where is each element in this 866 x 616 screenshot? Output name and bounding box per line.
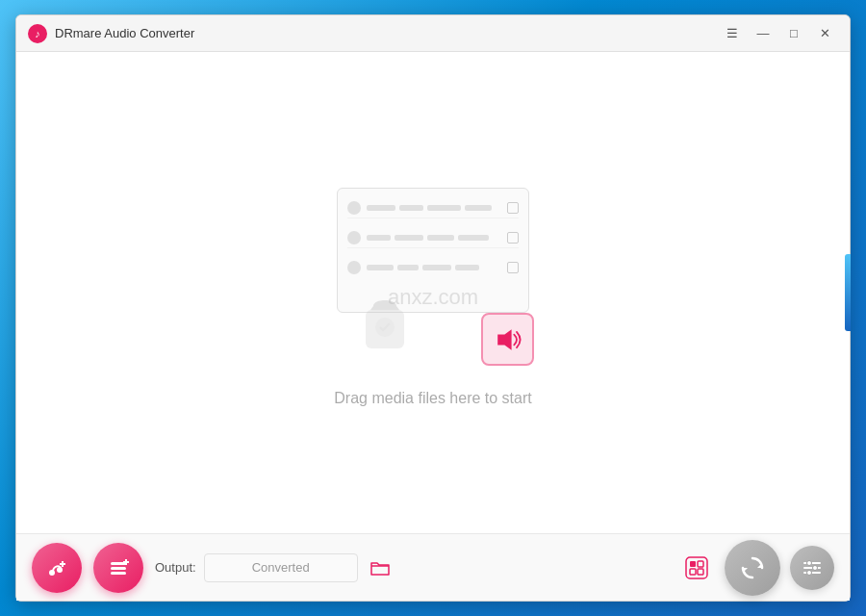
svg-rect-15 <box>690 561 696 567</box>
menu-button[interactable]: ☰ <box>719 23 746 44</box>
browse-folder-button[interactable] <box>366 553 395 582</box>
title-bar-left: ♪ DRmare Audio Converter <box>28 24 194 43</box>
add-audio-button[interactable] <box>32 543 82 593</box>
svg-point-26 <box>807 570 812 575</box>
svg-marker-20 <box>743 568 748 573</box>
drag-hint-text: Drag media files here to start <box>334 390 531 407</box>
svg-rect-18 <box>698 569 703 575</box>
title-bar-controls: ☰ — □ ✕ <box>719 23 838 44</box>
svg-point-4 <box>49 570 55 576</box>
svg-rect-16 <box>698 561 703 567</box>
output-section: Output: <box>155 553 667 582</box>
settings-button[interactable] <box>790 546 834 590</box>
bottom-right-controls <box>678 540 834 596</box>
illustration <box>327 178 539 371</box>
right-edge-decoration <box>845 254 851 331</box>
minimize-button[interactable]: — <box>750 23 777 44</box>
main-window: ♪ DRmare Audio Converter ☰ — □ ✕ <box>15 14 851 602</box>
bottom-bar: Output: <box>16 533 850 601</box>
svg-marker-2 <box>497 329 511 350</box>
svg-rect-11 <box>111 572 126 575</box>
close-button[interactable]: ✕ <box>811 23 838 44</box>
svg-marker-19 <box>757 563 762 568</box>
app-title: DRmare Audio Converter <box>55 26 194 40</box>
maximize-button[interactable]: □ <box>780 23 807 44</box>
title-bar: ♪ DRmare Audio Converter ☰ — □ ✕ <box>16 15 850 52</box>
bag-illustration <box>346 289 423 366</box>
svg-rect-10 <box>111 567 126 570</box>
svg-rect-14 <box>686 557 707 578</box>
app-icon: ♪ <box>28 24 47 43</box>
output-path-input[interactable] <box>204 553 358 582</box>
speaker-illustration <box>481 313 534 366</box>
drop-area: Drag media files here to start <box>327 178 539 407</box>
svg-point-25 <box>813 565 818 570</box>
main-content: Drag media files here to start anxz.com <box>16 52 850 533</box>
add-file-button[interactable] <box>93 543 143 593</box>
output-label: Output: <box>155 560 196 575</box>
convert-button[interactable] <box>725 540 780 596</box>
svg-point-5 <box>57 567 63 573</box>
svg-point-3 <box>43 554 70 581</box>
svg-rect-17 <box>690 569 696 575</box>
tag-button[interactable] <box>678 550 715 586</box>
svg-point-24 <box>807 560 812 565</box>
